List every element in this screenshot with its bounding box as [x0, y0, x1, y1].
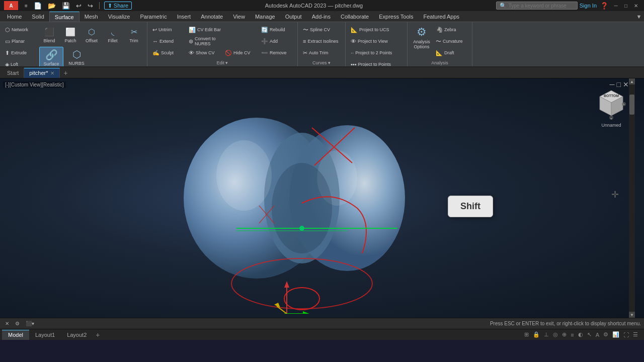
layout-tab-layout2[interactable]: Layout2 [61, 330, 93, 340]
layout-tab-model[interactable]: Model [2, 330, 29, 340]
tab-home[interactable]: Home [2, 12, 27, 22]
ribbon-options[interactable]: ▼ [634, 12, 644, 22]
extrude-button[interactable]: ⬆ Extrude [3, 47, 38, 58]
tab-annotate[interactable]: Annotate [196, 12, 228, 22]
fullscreen-icon[interactable]: ⛶ [623, 332, 629, 338]
rebuild-button[interactable]: 🔄 Rebuild [259, 24, 294, 35]
pan-icon[interactable]: ✛ [611, 189, 619, 200]
tab-express[interactable]: Express Tools [374, 12, 418, 22]
ortho-icon[interactable]: ⊥ [544, 331, 549, 338]
selection-icon[interactable]: ↖ [587, 331, 592, 338]
status-cross-button[interactable]: ✕ [3, 319, 11, 328]
signin-button[interactable]: Sign In [580, 3, 597, 9]
lineweight-icon[interactable]: ≡ [571, 332, 574, 338]
tab-parametric[interactable]: Parametric [135, 12, 172, 22]
doc-tab-pitcher[interactable]: pitcher* ✕ [24, 68, 59, 78]
nurbs-creation-button[interactable]: ⬡ NURBSCreation [64, 47, 89, 67]
titlebar-menu-file[interactable]: ≡ [23, 3, 29, 9]
status-view-button[interactable]: ⬛ ▾ [24, 319, 36, 328]
trim-button[interactable]: ✂ Trim [124, 24, 144, 45]
tab-visualize[interactable]: Visualize [103, 12, 135, 22]
layout-tab-layout1[interactable]: Layout1 [29, 330, 61, 340]
tab-manage[interactable]: Manage [250, 12, 280, 22]
viewcube[interactable]: BOTTOM › ⌄ Unnamed [594, 86, 629, 128]
draft-button[interactable]: 📐 Draft [434, 47, 469, 58]
edit-col3: 🔄 Rebuild ➕ Add ➖ Remove [259, 24, 294, 58]
tab-insert[interactable]: Insert [172, 12, 196, 22]
project-2pts-button[interactable]: ·· Project to 2 Points [349, 47, 404, 58]
project-ucs-button[interactable]: 📐 Project to UCS [349, 24, 404, 35]
doc-tab-add[interactable]: + [60, 68, 72, 78]
help-button[interactable]: ❓ [599, 2, 610, 10]
tab-collaborate[interactable]: Collaborate [336, 12, 374, 22]
qa-new[interactable]: 📄 [32, 2, 43, 10]
fillet-button[interactable]: ◟ Fillet [103, 24, 123, 45]
zebra-button[interactable]: 🦓 Zebra [434, 24, 469, 35]
tab-solid[interactable]: Solid [27, 12, 49, 22]
search-box[interactable]: 🔍 [496, 2, 578, 10]
workspace-icon[interactable]: ⚙ [603, 331, 608, 338]
extend-button[interactable]: ↔ Extend [150, 36, 186, 47]
surface-associativity-button[interactable]: 🔗 SurfaceAssociativity [39, 47, 63, 67]
tab-surface[interactable]: Surface [49, 12, 79, 22]
curvature-button[interactable]: 〜 Curvature [434, 36, 469, 47]
hide-cv-button[interactable]: 🚫 Hide CV [223, 47, 258, 58]
untrim-button[interactable]: ↩ Untrim [150, 24, 186, 35]
minimize-button[interactable]: ─ [612, 2, 620, 10]
grid-icon[interactable]: ⊞ [524, 331, 529, 338]
scroll-down-button[interactable]: ▼ [629, 312, 635, 318]
snap-icon[interactable]: 🔒 [533, 331, 540, 338]
doc-tab-start[interactable]: Start [2, 68, 24, 78]
layout-tab-add[interactable]: + [93, 331, 103, 339]
patch-button[interactable]: ⬜ Patch [60, 24, 80, 45]
transparency-icon[interactable]: ◐ [578, 331, 583, 338]
maximize-button[interactable]: □ [622, 2, 630, 10]
qa-save[interactable]: 💾 [60, 2, 71, 10]
blend-button[interactable]: ⬛ Blend [39, 24, 59, 45]
status-settings-button[interactable]: ⚙ [13, 319, 22, 328]
polar-icon[interactable]: ◎ [553, 331, 558, 338]
share-button[interactable]: ⬆ Share [104, 2, 132, 10]
convert-nurbs-button[interactable]: ⊛ Convert to NURBS [187, 36, 231, 47]
viewcube-3d[interactable]: BOTTOM › ⌄ [594, 86, 629, 122]
scroll-track[interactable] [629, 84, 635, 312]
scroll-up-button[interactable]: ▲ [629, 78, 635, 84]
project-view-button[interactable]: 👁 Project to View [349, 36, 404, 47]
spline-cv-button[interactable]: 〜 Spline CV [301, 24, 342, 35]
close-button[interactable]: ✕ [632, 2, 640, 10]
qa-open[interactable]: 📂 [46, 2, 57, 10]
offset-button[interactable]: ⬡ Offset [82, 24, 102, 45]
analysis-group-content: ⚙ AnalysisOptions 🦓 Zebra 〜 Curvature 📐 … [411, 24, 469, 59]
ribbon-group-create: ⬡ Network ▭ Planar ⬆ Extrude ◈ Loft ↻ [0, 22, 147, 66]
remove-button[interactable]: ➖ Remove [259, 47, 294, 58]
performance-icon[interactable]: 📊 [612, 331, 619, 338]
tab-featured[interactable]: Featured Apps [419, 12, 465, 22]
customize-icon[interactable]: ☰ [633, 331, 638, 338]
tab-addins[interactable]: Add-ins [307, 12, 336, 22]
edit-group-label: Edit ▾ [216, 60, 228, 65]
scroll-thumb[interactable] [629, 95, 634, 115]
statusbar-icons: ⊞ 🔒 ⊥ ◎ ⊕ ≡ ◐ ↖ A ⚙ 📊 ⛶ ☰ [524, 331, 642, 338]
loft-button[interactable]: ◈ Loft [3, 59, 38, 67]
show-cv-button[interactable]: 👁 Show CV [187, 47, 222, 58]
network-button[interactable]: ⬡ Network [3, 24, 38, 35]
cv-edit-bar-button[interactable]: 📊 CV Edit Bar [187, 24, 231, 35]
tab-output[interactable]: Output [280, 12, 307, 22]
pitcher-tab-close[interactable]: ✕ [50, 70, 54, 76]
planar-button[interactable]: ▭ Planar [3, 36, 38, 47]
qa-undo[interactable]: ↩ [74, 2, 83, 10]
analysis-options-button[interactable]: ⚙ AnalysisOptions [411, 24, 433, 51]
vertical-scrollbar[interactable]: ▲ ▼ [629, 78, 635, 318]
project-points-button[interactable]: ••• Project to Points [349, 59, 404, 67]
tab-view[interactable]: View [228, 12, 250, 22]
tab-mesh[interactable]: Mesh [79, 12, 103, 22]
qa-redo[interactable]: ↪ [86, 2, 95, 10]
osnap-icon[interactable]: ⊕ [562, 331, 567, 338]
auto-trim-button[interactable]: ✂ Auto Trim [301, 47, 342, 58]
status-view-dropdown[interactable]: ▾ [32, 321, 34, 326]
annotate-scale-icon[interactable]: A [596, 332, 599, 338]
sculpt-button[interactable]: ✍ Sculpt [150, 47, 186, 58]
extract-isolines-button[interactable]: ≡ Extract Isolines [301, 36, 342, 47]
add-button[interactable]: ➕ Add [259, 36, 294, 47]
search-input[interactable] [509, 3, 574, 9]
